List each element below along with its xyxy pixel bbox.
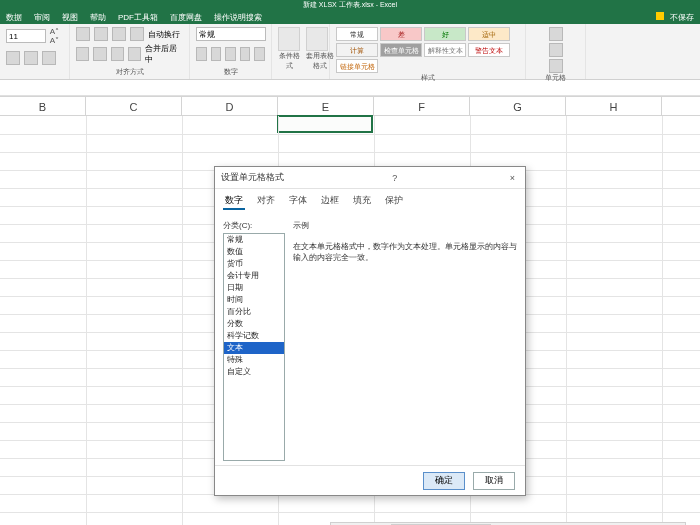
category-文本[interactable]: 文本 — [224, 342, 284, 354]
group-number: 数字 — [196, 67, 265, 77]
percent-icon[interactable] — [211, 47, 222, 61]
dialog-tab-5[interactable]: 保护 — [383, 193, 405, 210]
category-分数[interactable]: 分数 — [224, 318, 284, 330]
align-mid-icon[interactable] — [94, 27, 108, 41]
indent-icon[interactable] — [128, 47, 141, 61]
align-top-icon[interactable] — [76, 27, 90, 41]
category-特殊[interactable]: 特殊 — [224, 354, 284, 366]
inc-dec-icon[interactable] — [240, 47, 251, 61]
category-百分比[interactable]: 百分比 — [224, 306, 284, 318]
style-适中[interactable]: 适中 — [468, 27, 510, 41]
merge-button[interactable]: 合并后居中 — [145, 43, 183, 65]
cond-format-icon[interactable] — [278, 27, 300, 51]
col-header-B[interactable]: B — [0, 97, 86, 115]
category-自定义[interactable]: 自定义 — [224, 366, 284, 378]
comma-icon[interactable] — [225, 47, 236, 61]
ribbon: 11 A˄ A˅ 自动换行 合并后居中 对齐方式 常规 — [0, 24, 700, 80]
col-header-H[interactable]: H — [566, 97, 662, 115]
align-left-icon[interactable] — [76, 47, 89, 61]
style-警告文本[interactable]: 警告文本 — [468, 43, 510, 57]
style-解释性文本[interactable]: 解释性文本 — [424, 43, 466, 57]
category-时间[interactable]: 时间 — [224, 294, 284, 306]
menu-data[interactable]: 数据 — [6, 12, 22, 23]
column-headers: BCDEFGHI — [0, 96, 700, 116]
dialog-help-button[interactable]: ? — [388, 173, 401, 183]
preview-label: 示例 — [293, 220, 517, 231]
align-center-icon[interactable] — [93, 47, 106, 61]
col-header-D[interactable]: D — [182, 97, 278, 115]
category-货币[interactable]: 货币 — [224, 258, 284, 270]
category-日期[interactable]: 日期 — [224, 282, 284, 294]
ribbon-tabs: 数据 审阅 视图 帮助 PDF工具箱 百度网盘 操作说明搜索 不保存 — [0, 10, 700, 24]
currency-icon[interactable] — [196, 47, 207, 61]
group-font — [6, 70, 63, 77]
active-cell[interactable] — [277, 115, 373, 133]
dialog-tab-4[interactable]: 填充 — [351, 193, 373, 210]
ok-button[interactable]: 确定 — [423, 472, 465, 490]
format-cell-icon[interactable] — [549, 59, 563, 73]
dialog-tab-3[interactable]: 边框 — [319, 193, 341, 210]
col-header-G[interactable]: G — [470, 97, 566, 115]
category-会计专用[interactable]: 会计专用 — [224, 270, 284, 282]
menu-tellme[interactable]: 操作说明搜索 — [214, 12, 262, 23]
dec-dec-icon[interactable] — [254, 47, 265, 61]
orient-icon[interactable] — [130, 27, 144, 41]
dialog-close-button[interactable]: × — [506, 173, 519, 183]
dialog-tabs: 数字对齐字体边框填充保护 — [215, 189, 525, 214]
dialog-tab-2[interactable]: 字体 — [287, 193, 309, 210]
dialog-tab-0[interactable]: 数字 — [223, 193, 245, 210]
col-header-E[interactable]: E — [278, 97, 374, 115]
dialog-title: 设置单元格格式 — [221, 171, 284, 184]
fontsize-select[interactable]: 11 — [6, 29, 46, 43]
category-数值[interactable]: 数值 — [224, 246, 284, 258]
col-header-I[interactable]: I — [662, 97, 700, 115]
menu-help[interactable]: 帮助 — [90, 12, 106, 23]
bold-icon[interactable] — [6, 51, 20, 65]
format-cells-dialog: 设置单元格格式 ? × 数字对齐字体边框填充保护 分类(C): 常规数值货币会计… — [214, 166, 526, 496]
menu-pdf[interactable]: PDF工具箱 — [118, 12, 158, 23]
category-常规[interactable]: 常规 — [224, 234, 284, 246]
menu-review[interactable]: 审阅 — [34, 12, 50, 23]
style-计算[interactable]: 计算 — [336, 43, 378, 57]
insert-cell-icon[interactable] — [549, 27, 563, 41]
dialog-tab-1[interactable]: 对齐 — [255, 193, 277, 210]
group-cell: 单元格 — [532, 73, 579, 83]
group-style: 样式 — [336, 73, 519, 83]
category-科学记数[interactable]: 科学记数 — [224, 330, 284, 342]
style-链接单元格[interactable]: 链接单元格 — [336, 59, 378, 73]
menu-baidu[interactable]: 百度网盘 — [170, 12, 202, 23]
cancel-button[interactable]: 取消 — [473, 472, 515, 490]
style-好[interactable]: 好 — [424, 27, 466, 41]
category-label: 分类(C): — [223, 220, 285, 231]
align-bot-icon[interactable] — [112, 27, 126, 41]
col-header-C[interactable]: C — [86, 97, 182, 115]
numberformat-select[interactable]: 常规 — [196, 27, 266, 41]
group-align: 对齐方式 — [76, 67, 183, 77]
col-header-F[interactable]: F — [374, 97, 470, 115]
delete-cell-icon[interactable] — [549, 43, 563, 57]
unsaved-label: 不保存 — [670, 12, 694, 23]
category-description: 在文本单元格格式中，数字作为文本处理。单元格显示的内容与输入的内容完全一致。 — [293, 241, 517, 263]
wrap-button[interactable]: 自动换行 — [148, 29, 180, 40]
align-right-icon[interactable] — [111, 47, 124, 61]
app-title: 新建 XLSX 工作表.xlsx - Excel — [303, 0, 397, 10]
style-常规[interactable]: 常规 — [336, 27, 378, 41]
style-差[interactable]: 差 — [380, 27, 422, 41]
menu-view[interactable]: 视图 — [62, 12, 78, 23]
window-titlebar: 新建 XLSX 工作表.xlsx - Excel — [0, 0, 700, 10]
fill-color-icon[interactable] — [24, 51, 38, 65]
style-检查单元格[interactable]: 检查单元格 — [380, 43, 422, 57]
style-gallery[interactable]: 常规差好适中计算检查单元格解释性文本警告文本链接单元格 — [336, 27, 526, 73]
font-color-icon[interactable] — [42, 51, 56, 65]
category-list[interactable]: 常规数值货币会计专用日期时间百分比分数科学记数文本特殊自定义 — [223, 233, 285, 461]
table-format-icon[interactable] — [306, 27, 328, 51]
warning-icon — [656, 12, 664, 20]
